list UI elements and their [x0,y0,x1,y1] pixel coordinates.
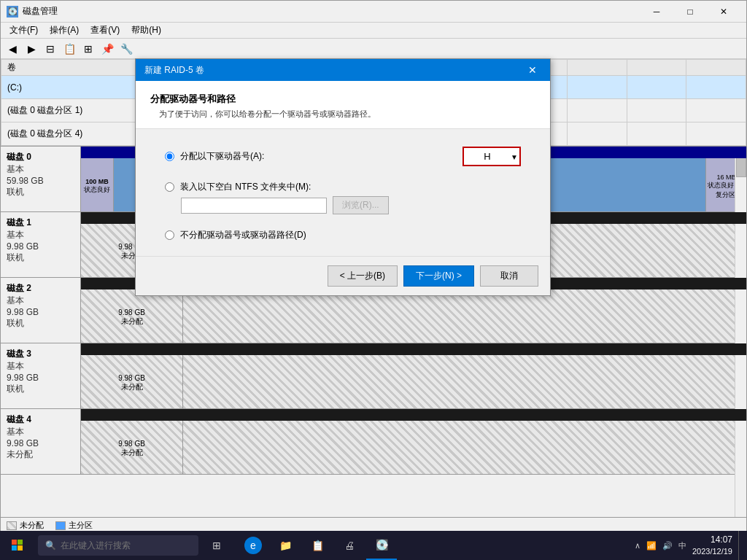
app4-icon: 🖨 [341,537,358,554]
taskbar-app4[interactable]: 🖨 [334,531,365,560]
windows-icon [12,540,23,551]
modal-header-title: 分配驱动器号和路径 [150,93,535,106]
system-tray: ∧ 📶 🔊 中 14:07 2023/12/19 [635,531,747,560]
svg-rect-2 [12,545,17,551]
modal-header-desc: 为了便于访问，你可以给卷分配一个驱动器号或驱动器路径。 [159,109,535,120]
task-view-button[interactable]: ⊞ [201,531,232,560]
radio-option-none: 不分配驱动器号或驱动器路径(D) [165,229,521,241]
drive-letter-select[interactable]: H I J [462,147,521,166]
radio-no-assign-label[interactable]: 不分配驱动器号或驱动器路径(D) [180,229,306,241]
clock[interactable]: 14:07 2023/12/19 [692,534,732,556]
edge-icon: e [244,537,262,554]
diskmgmt-icon: 💽 [373,536,390,553]
taskbar-diskmgmt[interactable]: 💽 [366,531,397,560]
search-input[interactable] [61,540,191,551]
taskbar-app3[interactable]: 📋 [302,531,333,560]
explorer-icon: 📁 [276,537,294,554]
radio-mount-ntfs-label[interactable]: 装入以下空白 NTFS 文件夹中(M): [180,181,311,193]
next-button[interactable]: 下一步(N) > [403,265,474,287]
radio-option-ntfs-row: 装入以下空白 NTFS 文件夹中(M): [165,181,521,193]
clock-date: 2023/12/19 [692,546,732,556]
modal-header: 分配驱动器号和路径 为了便于访问，你可以给卷分配一个驱动器号或驱动器路径。 [136,81,550,129]
clock-time: 14:07 [692,534,732,546]
search-icon: 🔍 [45,540,56,551]
search-box[interactable]: 🔍 [38,535,198,556]
radio-no-assign[interactable] [165,230,174,240]
start-button[interactable] [0,531,35,560]
modal-title-bar: 新建 RAID-5 卷 ✕ [136,59,550,81]
radio-assign-letter-label[interactable]: 分配以下驱动器号(A): [180,150,264,163]
modal-body: 分配以下驱动器号(A): H I J ▼ 装入以下空白 NTFS 文 [136,129,550,256]
modal-close-button[interactable]: ✕ [524,61,541,79]
modal-footer: < 上一步(B) 下一步(N) > 取消 [136,256,550,295]
app3-icon: 📋 [309,537,326,554]
network-icon[interactable]: 📶 [646,541,657,551]
modal-title: 新建 RAID-5 卷 [144,64,524,77]
volume-icon[interactable]: 🔊 [662,541,673,551]
ntfs-path-input[interactable] [181,198,327,214]
svg-rect-3 [18,545,23,551]
radio-assign-letter[interactable] [165,152,174,161]
radio-mount-ntfs[interactable] [165,182,174,192]
svg-rect-0 [12,540,17,545]
ntfs-path-row: 浏览(R)... [181,196,521,214]
taskbar-edge[interactable]: e [238,531,268,560]
modal-overlay: 新建 RAID-5 卷 ✕ 分配驱动器号和路径 为了便于访问，你可以给卷分配一个… [0,0,747,560]
taskbar-apps: e 📁 📋 🖨 💽 [238,531,397,560]
tray-expand-icon[interactable]: ∧ [635,541,640,551]
drive-letter-wrapper: H I J ▼ [462,147,521,166]
ime-indicator[interactable]: 中 [678,540,686,551]
task-view-icon: ⊞ [208,537,225,554]
cancel-button[interactable]: 取消 [480,265,538,287]
show-desktop-button[interactable] [738,531,741,560]
taskbar-explorer[interactable]: 📁 [270,531,301,560]
svg-rect-1 [18,540,23,545]
browse-button[interactable]: 浏览(R)... [333,196,389,214]
radio-option-ntfs: 装入以下空白 NTFS 文件夹中(M): 浏览(R)... [165,181,521,214]
taskbar: 🔍 ⊞ e 📁 📋 🖨 💽 ∧ 📶 🔊 中 14:07 2023/12 [0,531,747,560]
back-button[interactable]: < 上一步(B) [328,265,398,287]
modal-dialog: 新建 RAID-5 卷 ✕ 分配驱动器号和路径 为了便于访问，你可以给卷分配一个… [135,58,551,296]
radio-option-letter: 分配以下驱动器号(A): H I J ▼ [165,147,521,166]
radio-group: 分配以下驱动器号(A): H I J ▼ 装入以下空白 NTFS 文 [165,147,521,241]
